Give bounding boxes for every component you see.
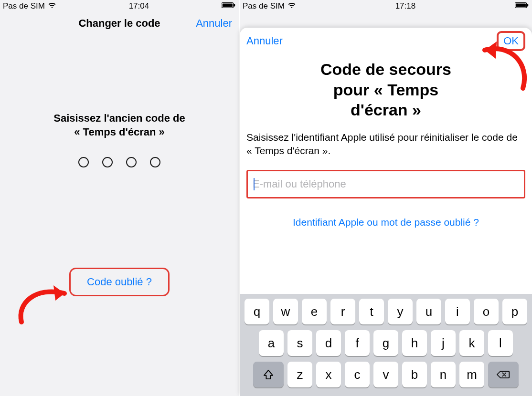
- key-f[interactable]: f: [345, 330, 370, 356]
- key-p[interactable]: p: [502, 299, 527, 324]
- key-i[interactable]: i: [445, 299, 470, 324]
- key-z[interactable]: z: [287, 362, 312, 387]
- key-j[interactable]: j: [431, 330, 456, 356]
- key-r[interactable]: r: [330, 299, 355, 324]
- phone-screen-left: Pas de SIM 17:04 Changer le code Annuler…: [0, 0, 239, 396]
- wifi-icon: [287, 1, 296, 11]
- key-d[interactable]: d: [316, 330, 341, 356]
- passcode-dots[interactable]: [0, 157, 239, 167]
- carrier-label: Pas de SIM: [3, 1, 45, 11]
- wifi-icon: [48, 1, 56, 11]
- key-t[interactable]: t: [359, 299, 384, 324]
- battery-icon: [515, 1, 529, 11]
- nav-title: Changer le code: [78, 17, 160, 30]
- svg-rect-5: [527, 4, 529, 6]
- passcode-dot: [78, 157, 89, 167]
- svg-rect-4: [516, 3, 526, 7]
- key-n[interactable]: n: [431, 362, 456, 387]
- key-o[interactable]: o: [474, 299, 499, 324]
- key-k[interactable]: k: [459, 330, 484, 356]
- key-v[interactable]: v: [373, 362, 398, 387]
- key-w[interactable]: w: [273, 299, 298, 324]
- nav-bar: Changer le code Annuler: [0, 11, 239, 35]
- shift-key[interactable]: [253, 362, 284, 387]
- key-g[interactable]: g: [373, 330, 398, 356]
- key-b[interactable]: b: [402, 362, 427, 387]
- status-bar: Pas de SIM 17:04: [0, 0, 239, 11]
- key-u[interactable]: u: [416, 299, 441, 324]
- keyboard: qwertyuiop asdfghjkl zxcvbnm: [240, 294, 532, 396]
- clock-label: 17:18: [395, 1, 416, 11]
- key-s[interactable]: s: [287, 330, 312, 356]
- key-m[interactable]: m: [459, 362, 484, 387]
- passcode-dot: [126, 157, 137, 167]
- battery-icon: [222, 1, 236, 11]
- instruction-text: Saisissez l'ancien code de « Temps d'écr…: [0, 112, 239, 139]
- cancel-button[interactable]: Annuler: [196, 17, 232, 30]
- annotation-highlight: Code oublié ?: [69, 268, 170, 296]
- annotation-highlight: [246, 170, 525, 198]
- key-l[interactable]: l: [488, 330, 513, 356]
- svg-rect-1: [223, 3, 233, 7]
- modal-sheet: Annuler OK Code de secours pour « Temps …: [240, 28, 532, 396]
- forgot-apple-id-link[interactable]: Identifiant Apple ou mot de passe oublié…: [246, 217, 525, 228]
- annotation-highlight: OK: [497, 31, 525, 51]
- carrier-label: Pas de SIM: [243, 1, 285, 11]
- cancel-button[interactable]: Annuler: [246, 35, 283, 47]
- key-e[interactable]: e: [302, 299, 327, 324]
- sheet-subtitle: Saisissez l'identifiant Apple utilisé po…: [246, 131, 525, 158]
- key-x[interactable]: x: [316, 362, 341, 387]
- status-bar: Pas de SIM 17:18: [240, 0, 532, 11]
- key-q[interactable]: q: [245, 299, 269, 324]
- text-cursor: [254, 178, 255, 190]
- clock-label: 17:04: [129, 1, 149, 11]
- backspace-key[interactable]: [488, 362, 519, 387]
- key-y[interactable]: y: [388, 299, 413, 324]
- phone-screen-right: Pas de SIM 17:18 Annuler OK Code de seco…: [240, 0, 532, 396]
- ok-button[interactable]: OK: [503, 35, 519, 47]
- passcode-dot: [102, 157, 113, 167]
- key-c[interactable]: c: [345, 362, 370, 387]
- passcode-dot: [150, 157, 160, 167]
- key-h[interactable]: h: [402, 330, 427, 356]
- forgot-code-link[interactable]: Code oublié ?: [87, 276, 152, 288]
- svg-rect-2: [234, 4, 235, 6]
- key-a[interactable]: a: [259, 330, 284, 356]
- sheet-title: Code de secours pour « Temps d'écran »: [246, 59, 525, 120]
- apple-id-input[interactable]: [250, 173, 522, 195]
